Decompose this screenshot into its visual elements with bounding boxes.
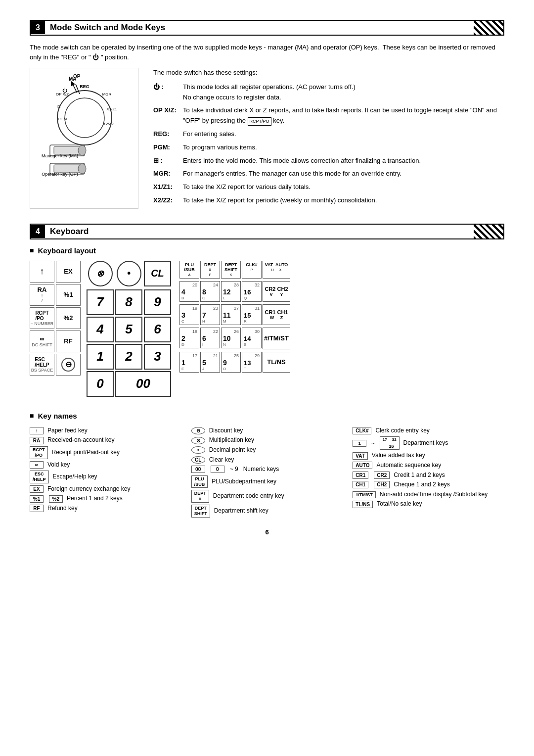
dept-grid-group: PLU/SUBA DEPT#F DEPTSHIFTK CLK#P VAT AUT… bbox=[179, 261, 290, 373]
key-pct1[interactable]: %1 bbox=[56, 284, 81, 306]
key-1[interactable]: 1 bbox=[87, 344, 114, 370]
key-void[interactable]: ∞ DC SHIFT bbox=[30, 331, 54, 352]
key-rcpt-po[interactable]: RCPT/PO – NUMBER bbox=[30, 307, 54, 329]
key-esc-help[interactable]: ESC/HELP BS SPACE bbox=[30, 354, 54, 376]
cell-cr1-ch1[interactable]: CR1 CH1 W Z bbox=[263, 304, 290, 325]
desc-dept-hash: Department code entry key bbox=[213, 492, 284, 500]
key-rf[interactable]: RF bbox=[56, 331, 81, 352]
mode-section: The mode switch can be operated by inser… bbox=[30, 43, 504, 209]
cell-22-6[interactable]: 22 6 I bbox=[200, 328, 220, 348]
cell-25-9[interactable]: 25 9 O bbox=[221, 352, 241, 373]
cell-21-5[interactable]: 21 5 J bbox=[200, 352, 220, 373]
desc-decimal: Decimal point key bbox=[209, 446, 256, 454]
key-name-esc: ESC/HELP Escape/Help key bbox=[30, 470, 181, 484]
mode-desc-pgm: PGM: To program various items. bbox=[153, 142, 504, 153]
key-name-dept-shift: DEPTSHIFT Department shift key bbox=[191, 504, 343, 519]
desc-cheque: Cheque 1 and 2 keys bbox=[394, 481, 449, 489]
badge-esc: ESC/HELP bbox=[30, 471, 49, 483]
key-6[interactable]: 6 bbox=[144, 317, 171, 342]
cell-tmst[interactable]: #/TM/ST bbox=[263, 328, 290, 349]
svg-line-10 bbox=[72, 83, 77, 93]
mode-switch-label: The mode switch has these settings: bbox=[153, 68, 504, 78]
desc-clk: Clerk code entry key bbox=[375, 427, 429, 435]
key-name-ra: RA Received-on-account key bbox=[30, 435, 181, 445]
hdr-plu: PLU/SUBA bbox=[179, 261, 199, 279]
mode-desc-x2z2: X2/Z2: To take the X/Z report for period… bbox=[153, 195, 504, 206]
key-minus-circle[interactable]: ⊖ bbox=[56, 354, 81, 376]
key-cl[interactable]: CL bbox=[144, 261, 171, 286]
cell-27-11[interactable]: 27 11 M bbox=[221, 304, 241, 325]
cell-24-8[interactable]: 24 8 G bbox=[200, 281, 220, 302]
mode-key-x2z2: X2/Z2: bbox=[153, 195, 183, 206]
key-pct2[interactable]: %2 bbox=[56, 307, 81, 329]
cell-cr2-ch2[interactable]: CR2 CH2 V Y bbox=[263, 281, 290, 302]
key-3[interactable]: 3 bbox=[144, 344, 171, 370]
badge-cr2: CR2 bbox=[374, 472, 390, 479]
cell-31-15[interactable]: 31 15 R bbox=[242, 304, 262, 325]
mode-content: REG MGR X1/Z1 X2/Z2 OP X/Z ⊡ PGM ⏻ MA OP bbox=[30, 68, 504, 209]
key-names-section: Key names ↑ Paper feed key RA Received-o… bbox=[30, 412, 504, 519]
key-9[interactable]: 9 bbox=[144, 289, 171, 315]
cell-26-10[interactable]: 26 10 N bbox=[221, 328, 241, 348]
key-pct1-label: %1 bbox=[64, 291, 73, 298]
mode-val-reg: For entering sales. bbox=[183, 129, 504, 140]
badge-dept1: 1 bbox=[353, 440, 366, 447]
cell-18-2[interactable]: 18 2 D bbox=[179, 328, 199, 348]
key-multiply[interactable]: ⊗ bbox=[88, 261, 113, 286]
key-name-void-sym: ∞ Void key bbox=[30, 460, 181, 470]
section3-title: Mode Switch and Mode Keys bbox=[50, 23, 474, 33]
badge-ra: RA bbox=[30, 437, 44, 444]
cell-23-7[interactable]: 23 7 H bbox=[200, 304, 220, 325]
mode-key-opxz: OP X/Z: bbox=[153, 105, 183, 126]
mode-desc-mgr: MGR: For manager's entries. The manager … bbox=[153, 169, 504, 179]
key-00[interactable]: 00 bbox=[115, 371, 171, 397]
key-rcpt-label: RCPT/PO bbox=[35, 310, 48, 321]
key-names-title: Key names bbox=[30, 412, 504, 420]
cell-32-16[interactable]: 32 16 Q bbox=[242, 281, 262, 302]
hdr-clk: CLK#P bbox=[242, 261, 262, 279]
section3-stripe bbox=[474, 21, 503, 35]
key-up-arrow[interactable]: ↑ bbox=[30, 261, 54, 283]
key-ex[interactable]: EX bbox=[56, 261, 81, 283]
key-dot[interactable]: • bbox=[117, 261, 141, 286]
key-rcpt-sub: – NUMBER bbox=[31, 321, 54, 326]
key-name-credit: CR1 CR2 Credit 1 and 2 keys bbox=[353, 471, 504, 480]
key-ex-label: EX bbox=[64, 268, 72, 275]
hdr-dept-hash: DEPT#F bbox=[200, 261, 220, 279]
cell-29-13[interactable]: 29 13 T bbox=[242, 352, 262, 373]
desc-pct: Percent 1 and 2 keys bbox=[67, 495, 123, 503]
key-name-clear: CL Clear key bbox=[191, 455, 343, 465]
cell-19-3[interactable]: 19 3 C bbox=[179, 304, 199, 325]
key-7[interactable]: 7 bbox=[87, 289, 114, 315]
dept-grid-header: PLU/SUBA DEPT#F DEPTSHIFTK CLK#P VAT AUT… bbox=[179, 261, 290, 279]
svg-text:MGR: MGR bbox=[102, 92, 112, 96]
cell-17-1[interactable]: 17 1 E bbox=[179, 352, 199, 373]
key-0[interactable]: 0 bbox=[87, 371, 114, 397]
key-4[interactable]: 4 bbox=[87, 317, 114, 342]
key-name-pct: %1 %2 Percent 1 and 2 keys bbox=[30, 494, 181, 504]
badge-cr1: CR1 bbox=[353, 472, 368, 479]
key-5[interactable]: 5 bbox=[115, 317, 142, 342]
left-key-group: ↑ EX RA ! / %1 RCPT/PO – NUMBER bbox=[30, 261, 81, 376]
key-void-sub: DC SHIFT bbox=[32, 342, 52, 347]
mode-descriptions: The mode switch has these settings: ⏻ : … bbox=[153, 68, 504, 209]
badge-mult: ⊗ bbox=[191, 437, 205, 444]
badge-plu: PLU/SUB bbox=[191, 475, 208, 488]
desc-clear: Clear key bbox=[209, 456, 234, 464]
badge-void: ∞ bbox=[30, 461, 44, 469]
cell-20-4[interactable]: 20 4 B bbox=[179, 281, 199, 302]
cell-30-14[interactable]: 30 14 S bbox=[242, 328, 262, 348]
key-ra[interactable]: RA ! / bbox=[30, 284, 54, 306]
mode-desc-opxz: OP X/Z: To take individual clerk X or Z … bbox=[153, 105, 504, 126]
desc-dept: Department keys bbox=[403, 439, 448, 447]
key-8[interactable]: 8 bbox=[115, 289, 142, 315]
key-2[interactable]: 2 bbox=[115, 344, 142, 370]
svg-text:OP: OP bbox=[73, 74, 81, 79]
mode-key-reg: REG: bbox=[153, 129, 183, 140]
cell-tlns[interactable]: TL/NS bbox=[263, 352, 290, 373]
badge-0: 0 bbox=[211, 466, 224, 473]
key-name-plu: PLU/SUB PLU/Subdepartment key bbox=[191, 474, 343, 489]
key-name-discount: ⊖ Discount key bbox=[191, 426, 343, 436]
key-names-col3: CLK# Clerk code entry key 1 ~ 17 32 16 D… bbox=[353, 426, 504, 519]
cell-28-12[interactable]: 28 12 L bbox=[221, 281, 241, 302]
